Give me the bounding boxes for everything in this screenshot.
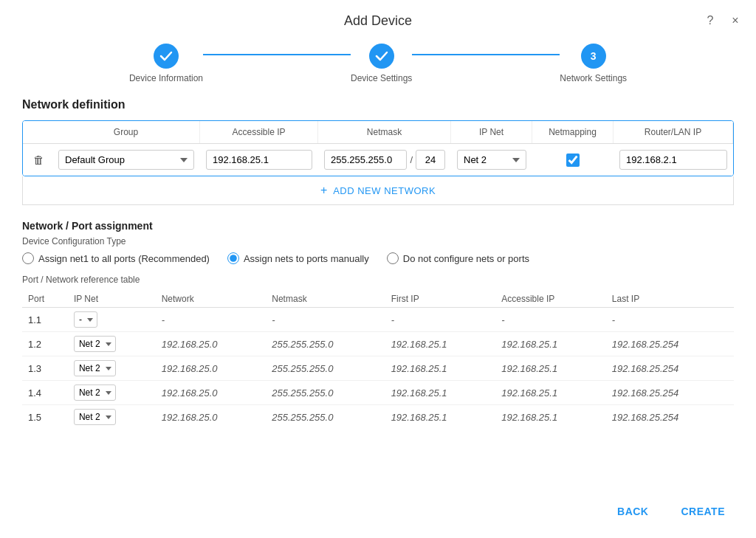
network-cell: 192.168.25.0 — [156, 332, 267, 356]
table-header-row: Port IP Net Network Netmask First IP Acc… — [22, 291, 734, 308]
first-ip-cell: - — [385, 308, 496, 332]
delete-cell: 🗑 — [23, 146, 52, 173]
port-network-table-title: Port / Network reference table — [22, 275, 734, 285]
help-button[interactable]: ? — [701, 12, 719, 30]
cidr-input[interactable] — [416, 150, 445, 170]
netmask-cell: - — [266, 308, 385, 332]
radio-recommended-input[interactable] — [22, 252, 34, 264]
col-accessible-ip: Accessible IP — [200, 121, 318, 143]
netmask-input[interactable] — [324, 150, 407, 170]
row-ip-net-select[interactable]: Net 2-Net 1 — [74, 384, 116, 401]
step-line-1 — [203, 54, 351, 55]
col-router-lan-ip: Router/LAN IP — [614, 121, 733, 143]
netmapping-cell — [532, 148, 614, 173]
back-button[interactable]: BACK — [608, 500, 657, 523]
group-select[interactable]: Default Group — [58, 150, 194, 170]
first-ip-cell: 192.168.25.1 — [385, 332, 496, 356]
col-group: Group — [52, 121, 200, 143]
th-first-ip: First IP — [385, 291, 496, 308]
th-accessible-ip: Accessible IP — [495, 291, 606, 308]
row-ip-net-select[interactable]: Net 2-Net 1 — [74, 360, 116, 376]
radio-recommended-label: Assign net1 to all ports (Recommended) — [38, 253, 210, 264]
port-assignment-title: Network / Port assignment — [22, 220, 734, 232]
router-lan-ip-input[interactable] — [619, 150, 727, 170]
netmask-slash: / — [410, 154, 413, 165]
row-ip-net-select[interactable]: - — [74, 311, 97, 328]
step-1: Device Information — [129, 44, 203, 83]
port-cell: 1.3 — [22, 356, 68, 381]
radio-group: Assign net1 to all ports (Recommended) A… — [22, 252, 734, 264]
port-cell: 1.2 — [22, 332, 68, 356]
checkmark-icon-2 — [375, 51, 388, 61]
network-definition-title: Network definition — [22, 98, 734, 111]
netmask-cell: 255.255.255.0 — [266, 356, 385, 381]
step-3-circle: 3 — [581, 44, 606, 69]
table-row: 1.3 Net 2-Net 1 192.168.25.0 255.255.255… — [22, 356, 734, 381]
group-cell: Default Group — [52, 144, 200, 176]
th-port: Port — [22, 291, 68, 308]
step-1-label: Device Information — [129, 73, 203, 83]
network-cell: 192.168.25.0 — [156, 381, 267, 405]
col-delete — [23, 121, 52, 143]
ip-net-select[interactable]: Net 2 — [457, 150, 526, 170]
network-definition-table: Group Accessible IP Netmask IP Net Netma… — [22, 120, 734, 176]
table-row: 1.4 Net 2-Net 1 192.168.25.0 255.255.255… — [22, 381, 734, 405]
network-cell: 192.168.25.0 — [156, 405, 267, 430]
last-ip-cell: 192.168.25.254 — [606, 332, 734, 356]
netmapping-checkbox[interactable] — [566, 154, 580, 167]
add-network-button[interactable]: + ADD NEW NETWORK — [22, 176, 734, 205]
netmask-cell: 255.255.255.0 — [266, 332, 385, 356]
th-network: Network — [156, 291, 267, 308]
dialog-header: Add Device ? × — [0, 0, 756, 36]
row-ip-net-select[interactable]: Net 2-Net 1 — [74, 409, 116, 425]
table-row: 1.1 - - - - - - — [22, 308, 734, 332]
last-ip-cell: - — [606, 308, 734, 332]
step-1-circle — [154, 44, 179, 69]
config-type-label: Device Configuration Type — [22, 236, 734, 246]
last-ip-cell: 192.168.25.254 — [606, 356, 734, 381]
accessible-ip-cell: 192.168.25.1 — [495, 356, 606, 381]
radio-recommended[interactable]: Assign net1 to all ports (Recommended) — [22, 252, 210, 264]
step-3-label: Network Settings — [560, 73, 627, 83]
accessible-ip-cell: - — [495, 308, 606, 332]
accessible-ip-cell: 192.168.25.1 — [495, 405, 606, 430]
dialog-content: Network definition Group Accessible IP N… — [0, 98, 756, 444]
row-ip-net-select[interactable]: Net 2-Net 1 — [74, 336, 116, 352]
close-button[interactable]: × — [726, 12, 744, 30]
col-netmask: Netmask — [318, 121, 451, 143]
port-cell: 1.1 — [22, 308, 68, 332]
ip-net-cell: Net 2-Net 1 — [68, 381, 156, 405]
step-line-2 — [412, 54, 560, 55]
last-ip-cell: 192.168.25.254 — [606, 405, 734, 430]
network-definition-header: Group Accessible IP Netmask IP Net Netma… — [23, 121, 733, 144]
dialog-title: Add Device — [344, 13, 412, 29]
delete-row-button[interactable]: 🗑 — [29, 152, 49, 168]
stepper: Device Information Device Settings 3 Net… — [0, 36, 756, 98]
netmask-cell: / — [318, 144, 451, 176]
port-assignment-section: Network / Port assignment Device Configu… — [22, 220, 734, 429]
table-row: 1.5 Net 2-Net 1 192.168.25.0 255.255.255… — [22, 405, 734, 430]
ip-net-cell: Net 2-Net 1 — [68, 356, 156, 381]
radio-none[interactable]: Do not configure nets or ports — [387, 252, 529, 264]
th-ip-net: IP Net — [68, 291, 156, 308]
create-button[interactable]: CREATE — [672, 500, 734, 523]
ip-net-cell: - — [68, 308, 156, 332]
add-device-dialog: Add Device ? × Device Information Device — [0, 0, 756, 538]
radio-none-input[interactable] — [387, 252, 399, 264]
step-2-circle — [369, 44, 394, 69]
radio-manual[interactable]: Assign nets to ports manually — [227, 252, 369, 264]
port-network-table: Port IP Net Network Netmask First IP Acc… — [22, 291, 734, 429]
first-ip-cell: 192.168.25.1 — [385, 381, 496, 405]
network-cell: - — [156, 308, 267, 332]
accessible-ip-cell: 192.168.25.1 — [495, 332, 606, 356]
accessible-ip-cell — [200, 144, 318, 176]
radio-manual-label: Assign nets to ports manually — [244, 253, 369, 264]
port-cell: 1.5 — [22, 405, 68, 430]
accessible-ip-input[interactable] — [206, 150, 312, 170]
step-3: 3 Network Settings — [560, 44, 627, 83]
radio-manual-input[interactable] — [227, 252, 239, 264]
ip-net-cell: Net 2-Net 1 — [68, 405, 156, 430]
th-last-ip: Last IP — [606, 291, 734, 308]
netmask-cell: 255.255.255.0 — [266, 381, 385, 405]
dialog-footer: BACK CREATE — [608, 500, 734, 523]
